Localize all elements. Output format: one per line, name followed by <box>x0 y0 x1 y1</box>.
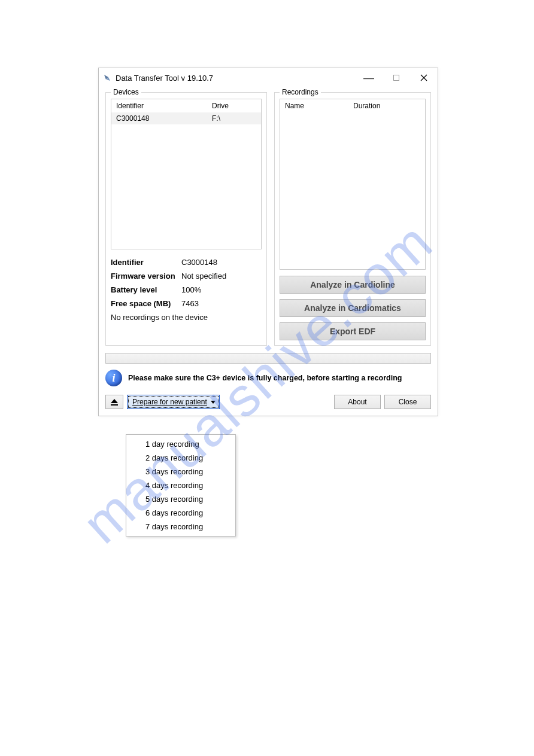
detail-battery-label: Battery level <box>111 285 181 294</box>
recordings-list[interactable]: Name Duration <box>280 99 426 270</box>
window-title: Data Transfer Tool v 19.10.7 <box>116 74 213 83</box>
menu-item-1day[interactable]: 1 day recording <box>126 437 235 451</box>
menu-item-7days[interactable]: 7 days recording <box>126 520 235 534</box>
detail-firmware-label: Firmware version <box>111 272 181 281</box>
detail-firmware-value: Not specified <box>181 272 262 281</box>
maximize-button[interactable] <box>383 69 410 87</box>
detail-freespace-label: Free space (MB) <box>111 299 181 308</box>
recordings-col-duration[interactable]: Duration <box>348 100 425 112</box>
prepare-new-patient-dropdown[interactable]: Prepare for new patient <box>127 395 220 409</box>
close-window-button[interactable] <box>410 69 438 87</box>
device-details: Identifier C3000148 Firmware version Not… <box>111 258 262 322</box>
device-row[interactable]: C3000148 F:\ <box>111 112 261 124</box>
chevron-down-icon <box>211 401 216 404</box>
detail-identifier-value: C3000148 <box>181 258 262 267</box>
eject-button[interactable] <box>105 395 123 409</box>
app-window: Data Transfer Tool v 19.10.7 — Devices I… <box>98 68 438 416</box>
info-icon: i <box>105 370 122 386</box>
menu-item-3days[interactable]: 3 days recording <box>126 465 235 478</box>
info-row: i Please make sure the C3+ device is ful… <box>105 370 431 386</box>
about-button[interactable]: About <box>334 395 381 409</box>
recordings-legend: Recordings <box>280 88 321 96</box>
devices-header-row: Identifier Drive <box>111 99 261 112</box>
minimize-button[interactable]: — <box>355 69 383 87</box>
eject-icon <box>111 399 118 406</box>
devices-col-identifier[interactable]: Identifier <box>111 100 207 112</box>
menu-item-2days[interactable]: 2 days recording <box>126 451 235 465</box>
menu-item-5days[interactable]: 5 days recording <box>126 492 235 506</box>
prepare-label: Prepare for new patient <box>132 398 207 406</box>
titlebar: Data Transfer Tool v 19.10.7 — <box>99 68 438 87</box>
export-edf-button[interactable]: Export EDF <box>280 322 426 340</box>
prepare-dropdown-menu: 1 day recording 2 days recording 3 days … <box>126 434 236 536</box>
info-text: Please make sure the C3+ device is fully… <box>128 374 402 382</box>
recordings-header-row: Name Duration <box>280 99 425 112</box>
app-icon <box>102 73 112 83</box>
devices-group: Devices Identifier Drive C3000148 F:\ Id… <box>105 92 267 346</box>
menu-item-6days[interactable]: 6 days recording <box>126 506 235 520</box>
device-drive-cell: F:\ <box>207 113 261 124</box>
recordings-col-name[interactable]: Name <box>280 100 348 112</box>
menu-item-4days[interactable]: 4 days recording <box>126 478 235 492</box>
progress-bar <box>105 353 431 364</box>
detail-status: No recordings on the device <box>111 313 262 322</box>
detail-battery-value: 100% <box>181 285 262 294</box>
devices-legend: Devices <box>111 88 141 96</box>
device-identifier-cell: C3000148 <box>111 113 207 124</box>
detail-identifier-label: Identifier <box>111 258 181 267</box>
detail-freespace-value: 7463 <box>181 299 262 308</box>
close-button[interactable]: Close <box>384 395 431 409</box>
devices-col-drive[interactable]: Drive <box>207 100 261 112</box>
devices-list[interactable]: Identifier Drive C3000148 F:\ <box>111 99 262 249</box>
analyze-cardioline-button[interactable]: Analyze in Cardioline <box>280 276 426 294</box>
analyze-cardiomatics-button[interactable]: Analyze in Cardiomatics <box>280 299 426 317</box>
recordings-group: Recordings Name Duration Analyze in Card… <box>274 92 431 346</box>
footer-row: Prepare for new patient About Close <box>105 395 431 409</box>
